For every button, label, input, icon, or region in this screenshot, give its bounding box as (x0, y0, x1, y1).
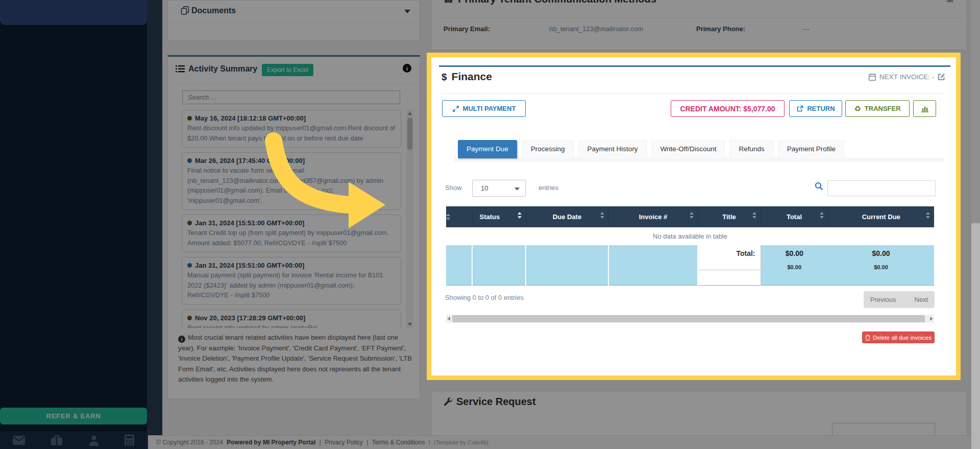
current-due-amount: $0.00 (828, 249, 934, 257)
external-link-icon (796, 105, 803, 112)
delete-all-due-invoices-button[interactable]: Delete all due invoices (862, 332, 935, 343)
tab-payment-due[interactable]: Payment Due (458, 140, 517, 158)
finance-title: $Finance (442, 70, 492, 83)
calendar-icon (869, 73, 876, 81)
next-page-button[interactable]: Next (914, 296, 928, 303)
page-scrollbar[interactable] (971, 0, 980, 449)
bar-chart-icon (921, 105, 929, 112)
table-total-row: Total: $0.00 $0.00 $0.00 $0.00 (446, 245, 934, 285)
credit-amount-badge[interactable]: CREDIT AMOUNT: $5,077.00 (671, 100, 785, 117)
scroll-left-icon[interactable] (447, 317, 450, 321)
table-info-text: Showing 0 to 0 of 0 entries (445, 294, 524, 301)
total-label: Total: (698, 245, 761, 285)
column-select[interactable] (446, 206, 472, 227)
trash-icon (865, 335, 870, 341)
scroll-right-icon[interactable] (930, 317, 933, 321)
tab-payment-history[interactable]: Payment History (579, 140, 647, 158)
page-size-select[interactable]: 10 (472, 180, 526, 197)
expand-arrows-icon (452, 105, 459, 112)
chevron-down-icon (514, 187, 520, 191)
search-icon (815, 182, 823, 192)
table-header-row: Status Due Date Invoice # Title Total Cu… (446, 206, 934, 227)
table-search-input[interactable] (827, 180, 936, 196)
chart-button[interactable] (913, 100, 936, 117)
column-due-date[interactable]: Due Date (526, 206, 608, 227)
horizontal-scrollbar[interactable] (446, 315, 934, 323)
total-amount-cell: $0.00 $0.00 (761, 245, 828, 285)
next-invoice-label: NEXT INVOICE: - (879, 73, 934, 81)
total-amount-sub: $0.00 (761, 264, 828, 270)
pagination: Previous Next (864, 291, 935, 308)
edit-icon[interactable] (938, 73, 945, 81)
column-status[interactable]: Status (472, 206, 526, 227)
tab-content-strip (454, 158, 944, 162)
tab-processing[interactable]: Processing (522, 140, 574, 158)
next-invoice: NEXT INVOICE: - (869, 73, 945, 81)
divider (442, 93, 945, 93)
entries-label: entries (538, 184, 558, 192)
recycle-icon: ♻ (854, 105, 861, 112)
finance-tabs: Payment Due Processing Payment History W… (458, 140, 844, 158)
column-total[interactable]: Total (761, 206, 828, 227)
transfer-button[interactable]: ♻ TRANSFER (845, 100, 910, 117)
current-due-sub: $0.00 (828, 264, 934, 270)
finance-panel: $Finance NEXT INVOICE: - MULTI PAYMENT C… (427, 53, 961, 380)
column-title[interactable]: Title (698, 206, 761, 227)
column-current-due[interactable]: Current Due (828, 206, 934, 227)
page: REFER & EARN ☎Primary Tenant Communicati… (0, 0, 980, 449)
multi-payment-button[interactable]: MULTI PAYMENT (442, 100, 526, 117)
payment-due-table: Status Due Date Invoice # Title Total Cu… (446, 206, 934, 286)
current-due-cell: $0.00 $0.00 (828, 245, 934, 285)
previous-page-button[interactable]: Previous (870, 296, 896, 303)
scrollbar-thumb[interactable] (452, 315, 925, 322)
empty-table-message: No data available in table (446, 227, 934, 245)
tab-payment-profile[interactable]: Payment Profile (778, 140, 844, 158)
total-amount: $0.00 (761, 249, 828, 257)
page-scrollbar-thumb[interactable] (971, 223, 980, 449)
show-label: Show (445, 184, 462, 192)
tab-write-off-discount[interactable]: Write-Off/Discount (652, 140, 725, 158)
empty-table-row: No data available in table (446, 227, 934, 245)
column-invoice[interactable]: Invoice # (608, 206, 698, 227)
return-button[interactable]: RETURN (789, 100, 842, 117)
tab-refunds[interactable]: Refunds (730, 140, 773, 158)
dollar-icon: $ (442, 72, 447, 82)
panel-top-border (439, 65, 950, 67)
